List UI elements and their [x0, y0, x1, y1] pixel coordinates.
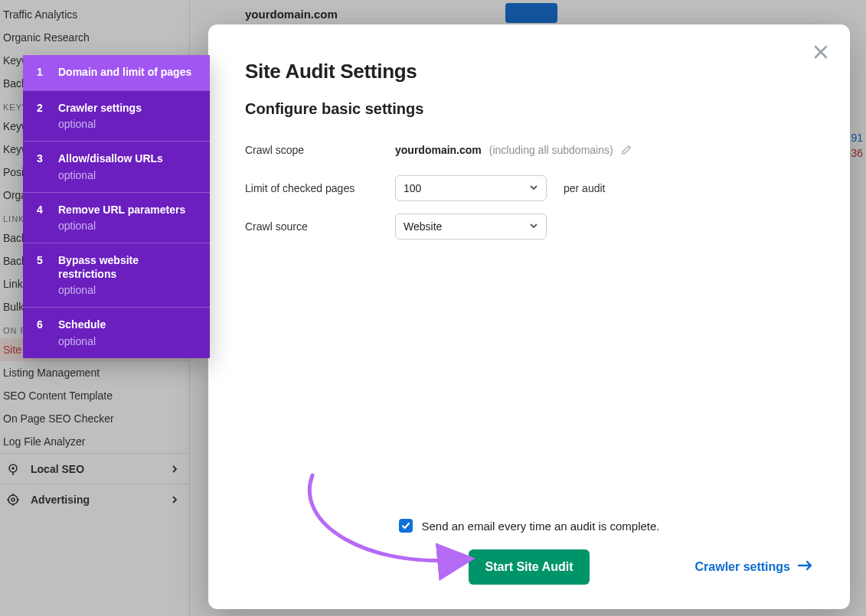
chevron-down-icon: [529, 220, 538, 233]
svg-point-1: [11, 467, 15, 470]
nav-item[interactable]: Traffic Analytics: [0, 3, 189, 26]
crawl-source-select[interactable]: Website: [395, 213, 547, 240]
target-icon: [5, 493, 21, 507]
wizard-step-title: Allow/disallow URLs: [58, 152, 163, 166]
crawl-scope-domain: yourdomain.com: [395, 144, 482, 156]
wizard-step-5[interactable]: 5Bypass website restrictionsoptional: [23, 243, 210, 307]
chevron-right-icon: [171, 494, 178, 506]
wizard-step-number: 4: [37, 204, 46, 233]
wizard-step-number: 3: [37, 152, 46, 181]
nav-item[interactable]: Listing Management: [0, 361, 189, 384]
wizard-step-title: Domain and limit of pages: [58, 66, 191, 80]
crawl-source-value: Website: [404, 220, 442, 233]
wizard-step-3[interactable]: 3Allow/disallow URLsoptional: [23, 141, 210, 192]
wizard-step-1[interactable]: 1Domain and limit of pages: [23, 55, 210, 90]
nav-item[interactable]: SEO Content Template: [0, 384, 189, 407]
email-checkbox-label: Send an email every time an audit is com…: [422, 520, 660, 533]
wizard-step-title: Remove URL parameters: [58, 204, 185, 217]
wizard-step-optional: optional: [58, 118, 142, 130]
bg-domain-text: yourdomain.com: [245, 8, 338, 21]
site-audit-settings-modal: Site Audit Settings Configure basic sett…: [208, 24, 850, 609]
start-site-audit-button[interactable]: Start Site Audit: [469, 549, 590, 585]
wizard-step-number: 5: [37, 254, 46, 296]
wizard-step-number: 2: [37, 102, 46, 131]
bg-setup-button: [505, 3, 557, 23]
crawl-source-label: Crawl source: [245, 220, 395, 233]
nav-group-label: Local SEO: [31, 463, 84, 475]
chevron-down-icon: [529, 182, 538, 194]
wizard-step-number: 6: [37, 318, 46, 347]
nav-group[interactable]: Local SEO: [0, 453, 189, 484]
svg-point-3: [11, 498, 15, 501]
nav-group-label: Advertising: [31, 494, 90, 506]
wizard-step-title: Bypass website restrictions: [58, 254, 198, 281]
wizard-step-optional: optional: [58, 169, 163, 181]
wizard-steps: 1Domain and limit of pages2Crawler setti…: [23, 55, 210, 358]
nav-group[interactable]: Advertising: [0, 484, 189, 514]
wizard-step-title: Crawler settings: [58, 102, 142, 116]
email-checkbox[interactable]: [399, 519, 413, 533]
wizard-step-2[interactable]: 2Crawler settingsoptional: [23, 90, 210, 142]
pencil-icon[interactable]: [621, 143, 633, 158]
arrow-right-icon: [798, 560, 813, 574]
crawler-settings-label: Crawler settings: [695, 560, 790, 574]
limit-pages-label: Limit of checked pages: [245, 182, 395, 194]
wizard-step-number: 1: [37, 66, 46, 80]
wizard-step-6[interactable]: 6Scheduleoptional: [23, 307, 210, 358]
wizard-step-optional: optional: [58, 284, 198, 296]
limit-pages-value: 100: [404, 182, 421, 194]
modal-title: Site Audit Settings: [245, 60, 813, 83]
wizard-step-4[interactable]: 4Remove URL parametersoptional: [23, 192, 210, 243]
nav-item[interactable]: On Page SEO Checker: [0, 407, 189, 430]
limit-pages-select[interactable]: 100: [395, 175, 547, 201]
wizard-step-title: Schedule: [58, 318, 106, 332]
crawl-scope-note: (including all subdomains): [489, 144, 613, 156]
wizard-step-optional: optional: [58, 335, 106, 347]
nav-item[interactable]: Organic Research: [0, 26, 189, 49]
wizard-step-optional: optional: [58, 220, 185, 232]
modal-subtitle: Configure basic settings: [245, 100, 813, 118]
crawl-scope-label: Crawl scope: [245, 144, 395, 156]
close-icon[interactable]: [810, 41, 832, 63]
nav-item[interactable]: Log File Analyzer: [0, 430, 189, 453]
per-audit-text: per audit: [564, 182, 605, 194]
pin-icon: [5, 462, 21, 476]
row-crawl-scope: Crawl scope yourdomain.com (including al…: [245, 136, 813, 164]
crawler-settings-link[interactable]: Crawler settings: [695, 560, 813, 574]
svg-point-2: [8, 495, 18, 504]
chevron-right-icon: [171, 463, 178, 475]
row-crawl-source: Crawl source Website: [245, 213, 813, 240]
row-limit-pages: Limit of checked pages 100 per audit: [245, 174, 813, 202]
